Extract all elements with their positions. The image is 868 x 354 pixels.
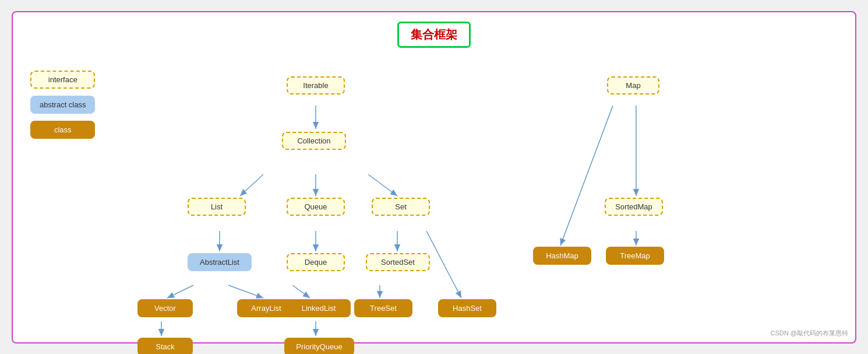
- outer-container: 集合框架 interface abstract class class: [12, 11, 856, 344]
- node-stack: Stack: [137, 338, 193, 355]
- node-vector: Vector: [137, 299, 193, 317]
- node-hashset: HashSet: [438, 299, 496, 317]
- svg-line-11: [426, 231, 461, 298]
- legend-class: class: [30, 121, 95, 139]
- svg-line-3: [368, 174, 397, 196]
- svg-line-7: [167, 285, 193, 298]
- node-hashmap: HashMap: [533, 247, 591, 265]
- node-iterable: Iterable: [287, 76, 345, 94]
- node-map: Map: [607, 76, 659, 94]
- node-treemap: TreeMap: [606, 247, 664, 265]
- diagram: Iterable Collection List Queue Set Abstr…: [129, 47, 844, 325]
- node-priorityqueue: PriorityQueue: [284, 338, 354, 355]
- node-linkedlist: LinkedList: [287, 299, 351, 317]
- svg-line-8: [228, 285, 263, 298]
- node-queue: Queue: [287, 198, 345, 216]
- svg-line-15: [560, 106, 613, 246]
- node-sortedset: SortedSet: [366, 253, 430, 271]
- watermark: CSDN @敲代码的布莱恩特: [771, 329, 848, 338]
- svg-line-9: [292, 285, 310, 298]
- node-collection: Collection: [282, 132, 346, 150]
- legend-interface: interface: [30, 71, 95, 89]
- node-abstractlist: AbstractList: [188, 253, 252, 271]
- node-list: List: [188, 198, 246, 216]
- diagram-svg: [129, 47, 844, 325]
- node-set: Set: [372, 198, 430, 216]
- title: 集合框架: [397, 22, 471, 48]
- node-treeset: TreeSet: [354, 299, 412, 317]
- legend-abstract: abstract class: [30, 96, 95, 114]
- svg-line-1: [240, 174, 263, 196]
- node-deque: Deque: [287, 253, 345, 271]
- node-sortedmap: SortedMap: [605, 198, 663, 216]
- legend: interface abstract class class: [30, 71, 95, 139]
